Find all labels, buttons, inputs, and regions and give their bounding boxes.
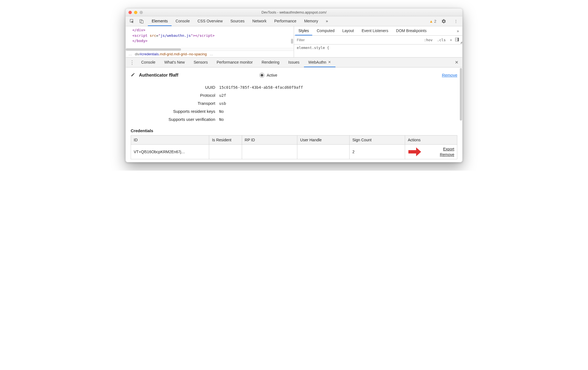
tabs-overflow[interactable]: » [322, 16, 332, 26]
svg-rect-4 [458, 38, 459, 41]
authenticator-name: Authenticator f9aff [139, 73, 178, 78]
table-header-row: ID Is Resident RP ID User Handle Sign Co… [131, 136, 457, 145]
breadcrumb-node[interactable]: div#credentials.mdl-grid.mdl-grid--no-sp… [135, 52, 207, 56]
main-tabs: Elements Console CSS Overview Sources Ne… [148, 16, 332, 26]
drawer-tab-performance-monitor[interactable]: Performance monitor [212, 58, 257, 67]
hov-toggle[interactable]: :hov [422, 38, 435, 42]
window-title: DevTools - webauthndemo.appspot.com/ [126, 10, 462, 14]
prop-row: UUID15c01f56-785f-43b4-ab58-4facd60f9aff [131, 83, 457, 91]
authenticator-header: Authenticator f9aff Active Remove [131, 72, 457, 78]
styles-tabs: Styles Computed Layout Event Listeners D… [294, 26, 462, 36]
col-actions: Actions [405, 136, 457, 145]
new-style-rule-icon[interactable]: ＋ [448, 38, 454, 43]
svg-rect-2 [141, 20, 143, 23]
prop-label-uv: Supports user verification [131, 117, 219, 122]
breadcrumb-overflow-right[interactable]: … [209, 52, 213, 56]
cell-sign-count: 2 [350, 145, 405, 159]
cell-id: VT+Ql516ObcpKRM2En67j… [131, 145, 209, 159]
main-toolbar: Elements Console CSS Overview Sources Ne… [126, 16, 462, 26]
active-radio[interactable] [259, 73, 264, 78]
toggle-sidebar-icon[interactable] [454, 38, 460, 42]
prop-row: Supports user verificationNo [131, 115, 457, 123]
prop-value-uuid: 15c01f56-785f-43b4-ab58-4facd60f9aff [219, 85, 303, 90]
prop-value-protocol: u2f [219, 93, 226, 98]
prop-label-transport: Transport [131, 101, 219, 106]
resize-corner-icon: ◢ [460, 41, 462, 44]
col-sign-count: Sign Count [350, 136, 405, 145]
drawer-tab-whats-new[interactable]: What's New [160, 58, 189, 67]
credentials-heading: Credentials [131, 128, 457, 133]
export-credential-link[interactable]: Export [443, 147, 454, 151]
active-label: Active [267, 73, 277, 77]
close-drawer-icon[interactable]: ✕ [453, 60, 461, 65]
tab-sources[interactable]: Sources [227, 16, 248, 26]
col-rp-id: RP ID [242, 136, 297, 145]
col-id: ID [131, 136, 209, 145]
breadcrumb-overflow-left[interactable]: … [128, 52, 132, 56]
style-rule[interactable]: element.style { [294, 45, 462, 51]
devtools-window: DevTools - webauthndemo.appspot.com/ Ele… [125, 8, 463, 162]
styles-filter-row: :hov .cls ＋ ◢ [294, 36, 462, 45]
styles-pane: Styles Computed Layout Event Listeners D… [294, 26, 462, 57]
titlebar: DevTools - webauthndemo.appspot.com/ [126, 9, 462, 16]
credentials-table: ID Is Resident RP ID User Handle Sign Co… [131, 135, 457, 159]
edit-icon[interactable] [131, 72, 135, 78]
annotation-arrow-icon [408, 147, 422, 157]
tab-performance[interactable]: Performance [270, 16, 300, 26]
elements-tree-pane: </div> <script src="js/webauthn.js"></sc… [126, 26, 294, 57]
styles-tab-computed[interactable]: Computed [313, 26, 338, 35]
cell-is-resident [209, 145, 242, 159]
cell-actions: Export Remove [405, 145, 457, 159]
warning-badge[interactable]: ▲ 2 [429, 19, 436, 24]
code-line-1: </div> [132, 28, 145, 32]
styles-tab-event-listeners[interactable]: Event Listeners [358, 26, 392, 35]
styles-tab-styles[interactable]: Styles [295, 26, 312, 35]
prop-label-resident: Supports resident keys [131, 109, 219, 114]
col-is-resident: Is Resident [209, 136, 242, 145]
horizontal-scrollbar[interactable] [126, 48, 294, 51]
dom-source[interactable]: </div> <script src="js/webauthn.js"></sc… [126, 26, 294, 48]
drawer-tab-rendering[interactable]: Rendering [257, 58, 284, 67]
inspect-icon[interactable] [129, 18, 135, 24]
styles-tab-dom-breakpoints[interactable]: DOM Breakpoints [393, 26, 430, 35]
prop-row: Transportusb [131, 99, 457, 107]
vertical-scrollbar[interactable] [291, 39, 293, 44]
tab-console[interactable]: Console [172, 16, 193, 26]
prop-value-transport: usb [219, 101, 226, 106]
cls-toggle[interactable]: .cls [435, 38, 448, 42]
table-row: VT+Ql516ObcpKRM2En67j… 2 Export Remove [131, 145, 457, 159]
warning-icon: ▲ [429, 19, 433, 24]
panel-vertical-scrollbar[interactable] [460, 67, 462, 162]
drawer-tab-webauthn[interactable]: WebAuthn✕ [304, 58, 335, 67]
remove-credential-link[interactable]: Remove [440, 152, 454, 157]
tab-network[interactable]: Network [248, 16, 270, 26]
scrollbar-thumb[interactable] [460, 68, 462, 121]
drawer-tabs: ⋮ Console What's New Sensors Performance… [126, 58, 462, 67]
breadcrumb[interactable]: … div#credentials.mdl-grid.mdl-grid--no-… [126, 51, 294, 57]
drawer-tab-sensors[interactable]: Sensors [189, 58, 212, 67]
remove-authenticator-link[interactable]: Remove [442, 73, 457, 77]
styles-tab-layout[interactable]: Layout [339, 26, 357, 35]
cell-rp-id [242, 145, 297, 159]
prop-value-uv: No [219, 117, 224, 122]
drawer-tab-console[interactable]: Console [137, 58, 160, 67]
styles-tabs-overflow[interactable]: » [455, 29, 461, 33]
prop-row: Supports resident keysNo [131, 107, 457, 115]
settings-icon[interactable] [441, 18, 447, 24]
more-icon[interactable]: ⋮ [453, 18, 459, 24]
device-toggle-icon[interactable] [138, 18, 145, 24]
prop-row: Protocolu2f [131, 91, 457, 99]
elements-styles-split: </div> <script src="js/webauthn.js"></sc… [126, 26, 462, 58]
close-tab-icon[interactable]: ✕ [328, 60, 331, 64]
styles-filter-input[interactable] [294, 36, 422, 44]
scrollbar-thumb[interactable] [126, 48, 181, 51]
cell-user-handle [297, 145, 350, 159]
prop-label-uuid: UUID [131, 85, 219, 90]
tab-memory[interactable]: Memory [300, 16, 322, 26]
prop-value-resident: No [219, 109, 224, 114]
drawer-tab-issues[interactable]: Issues [284, 58, 304, 67]
tab-css-overview[interactable]: CSS Overview [194, 16, 227, 26]
tab-elements[interactable]: Elements [148, 16, 172, 26]
authenticator-properties: UUID15c01f56-785f-43b4-ab58-4facd60f9aff… [131, 83, 457, 123]
drawer-menu-icon[interactable]: ⋮ [127, 59, 137, 66]
